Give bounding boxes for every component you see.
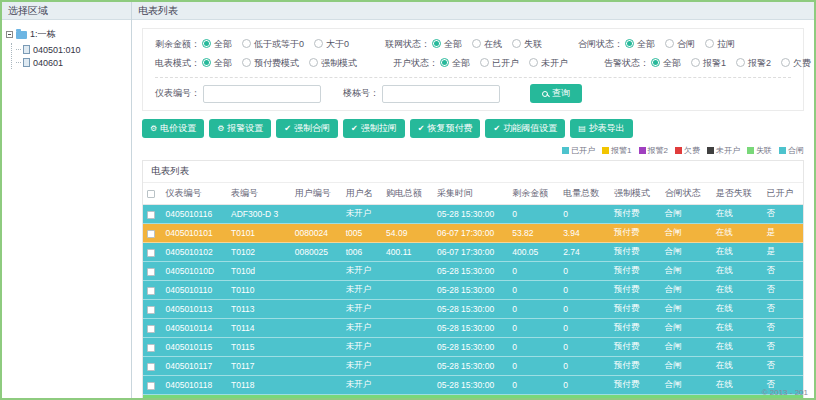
radio-label: 预付费模式 bbox=[254, 58, 299, 68]
row-checkbox[interactable] bbox=[147, 268, 155, 276]
action-button-label: 功能阈值设置 bbox=[503, 122, 557, 135]
export-readings-button[interactable]: ▤抄表导出 bbox=[570, 119, 633, 138]
radio-option-switch-status-1[interactable]: 合闸 bbox=[665, 39, 695, 49]
table-cell: 在线 bbox=[712, 300, 763, 319]
table-cell: 否 bbox=[763, 300, 803, 319]
check-icon: ✔ bbox=[418, 125, 425, 133]
table-row[interactable]: 0405010116ADF300-D 3未开户05-28 15:30:0000预… bbox=[143, 205, 803, 224]
search-button[interactable]: 查询 bbox=[530, 84, 582, 103]
radio-option-switch-status-2[interactable]: 拉闸 bbox=[705, 39, 735, 49]
check-icon: ✔ bbox=[284, 125, 291, 133]
radio-option-alarm-status-1[interactable]: 报警1 bbox=[691, 58, 726, 68]
radio-option-alarm-status-2[interactable]: 报警2 bbox=[736, 58, 771, 68]
table-row[interactable]: 0405010114T0114未开户05-28 15:30:0000预付费合闸在… bbox=[143, 319, 803, 338]
table-cell: 否 bbox=[763, 357, 803, 376]
table-row[interactable]: 0405010101T01010080024t00554.0906-07 17:… bbox=[143, 224, 803, 243]
radio-icon bbox=[472, 39, 481, 48]
radio-icon bbox=[440, 58, 449, 67]
tree-node-label: 040601 bbox=[33, 58, 63, 68]
row-checkbox[interactable] bbox=[147, 325, 155, 333]
row-checkbox[interactable] bbox=[147, 230, 155, 238]
table-row[interactable]: 0405010102T01020080025t006400.1106-07 17… bbox=[143, 243, 803, 262]
table-cell: 是 bbox=[763, 243, 803, 262]
building-number-input[interactable] bbox=[382, 85, 500, 103]
row-checkbox[interactable] bbox=[147, 344, 155, 352]
table-row[interactable]: 040601010DT6010D0080020t001456.0006-07 1… bbox=[143, 395, 803, 399]
column-header: 已开户 bbox=[763, 183, 803, 205]
tree-node[interactable]: 040501:010 bbox=[16, 43, 127, 56]
table-cell: 0080024 bbox=[291, 224, 342, 243]
radio-option-meter-mode-1[interactable]: 预付费模式 bbox=[242, 58, 299, 68]
collapse-icon[interactable] bbox=[6, 31, 13, 38]
filter-group-account-status: 开户状态：全部已开户未开户 bbox=[393, 57, 578, 70]
row-checkbox[interactable] bbox=[147, 211, 155, 219]
radio-option-meter-mode-2[interactable]: 强制模式 bbox=[309, 58, 357, 68]
restore-prepaid-button[interactable]: ✔恢复预付费 bbox=[410, 119, 481, 138]
action-button-label: 强制拉闸 bbox=[361, 122, 397, 135]
radio-icon bbox=[242, 39, 251, 48]
table-row[interactable]: 0405010118T0118未开户05-28 15:30:0000预付费合闸在… bbox=[143, 376, 803, 395]
building-number-label: 楼栋号： bbox=[343, 87, 379, 100]
folder-icon bbox=[16, 31, 27, 39]
table-cell: 0 bbox=[508, 281, 559, 300]
radio-option-account-status-0[interactable]: 全部 bbox=[440, 58, 470, 68]
row-checkbox[interactable] bbox=[147, 287, 155, 295]
radio-option-account-status-1[interactable]: 已开户 bbox=[480, 58, 519, 68]
row-checkbox-cell bbox=[143, 300, 161, 319]
filter-row-2: 电表模式：全部预付费模式强制模式开户状态：全部已开户未开户告警状态：全部报警1报… bbox=[155, 54, 791, 73]
force-close-button[interactable]: ✔强制合闸 bbox=[276, 119, 338, 138]
table-cell: 否 bbox=[763, 262, 803, 281]
table-cell: 预付费 bbox=[610, 224, 661, 243]
radio-option-network-status-0[interactable]: 全部 bbox=[432, 39, 462, 49]
row-checkbox[interactable] bbox=[147, 306, 155, 314]
radio-label: 全部 bbox=[452, 58, 470, 68]
table-cell: 0405010117 bbox=[161, 357, 227, 376]
table-row[interactable]: 040501010DT010d未开户05-28 15:30:0000预付费合闸在… bbox=[143, 262, 803, 281]
radio-option-remaining-amount-2[interactable]: 大于0 bbox=[314, 39, 349, 49]
table-cell: 未开户 bbox=[342, 376, 382, 395]
price-settings-button[interactable]: ⚙电价设置 bbox=[142, 119, 204, 138]
radio-option-meter-mode-0[interactable]: 全部 bbox=[202, 58, 232, 68]
tree-node[interactable]: 040601 bbox=[16, 56, 127, 69]
row-checkbox[interactable] bbox=[147, 249, 155, 257]
radio-option-remaining-amount-0[interactable]: 全部 bbox=[202, 39, 232, 49]
tree-root-label: 1:一栋 bbox=[30, 28, 56, 41]
table-cell: 未开户 bbox=[342, 319, 382, 338]
table-cell: 05-28 15:30:00 bbox=[433, 300, 508, 319]
select-all-checkbox[interactable] bbox=[147, 190, 155, 198]
radio-option-account-status-2[interactable]: 未开户 bbox=[529, 58, 568, 68]
radio-option-remaining-amount-1[interactable]: 低于或等于0 bbox=[242, 39, 304, 49]
radio-option-alarm-status-0[interactable]: 全部 bbox=[651, 58, 681, 68]
table-cell: 53.82 bbox=[508, 224, 559, 243]
row-checkbox[interactable] bbox=[147, 382, 155, 390]
radio-option-network-status-1[interactable]: 在线 bbox=[472, 39, 502, 49]
table-cell bbox=[291, 319, 342, 338]
table-row[interactable]: 0405010115T0115未开户05-28 15:30:0000预付费合闸在… bbox=[143, 338, 803, 357]
table-cell: 在线 bbox=[712, 205, 763, 224]
table-cell: 0 bbox=[508, 319, 559, 338]
tree-root-node[interactable]: 1:一栋 bbox=[6, 28, 127, 41]
table-cell: 未开户 bbox=[342, 338, 382, 357]
force-open-button[interactable]: ✔强制拉闸 bbox=[343, 119, 405, 138]
table-row[interactable]: 0405010117T0117未开户05-28 15:30:0000预付费合闸在… bbox=[143, 357, 803, 376]
filter-label: 联网状态： bbox=[385, 39, 430, 49]
legend-label: 未开户 bbox=[716, 145, 740, 156]
legend-item: 欠费 bbox=[675, 145, 700, 156]
radio-option-alarm-status-3[interactable]: 欠费 bbox=[781, 58, 811, 68]
alarm-settings-button[interactable]: ⚙报警设置 bbox=[209, 119, 271, 138]
legend-item: 已开户 bbox=[562, 145, 595, 156]
table-cell: 0080025 bbox=[291, 243, 342, 262]
table-row[interactable]: 0405010110T0110未开户05-28 15:30:0000预付费合闸在… bbox=[143, 281, 803, 300]
tree-children: 040501:010040601 bbox=[11, 43, 127, 69]
column-header: 购电总额 bbox=[382, 183, 433, 205]
meter-number-input[interactable] bbox=[203, 85, 321, 103]
table-cell: 未开户 bbox=[342, 300, 382, 319]
row-checkbox[interactable] bbox=[147, 363, 155, 371]
radio-option-switch-status-0[interactable]: 全部 bbox=[625, 39, 655, 49]
radio-label: 全部 bbox=[637, 39, 655, 49]
table-row[interactable]: 0405010113T0113未开户05-28 15:30:0000预付费合闸在… bbox=[143, 300, 803, 319]
action-button-label: 强制合闸 bbox=[294, 122, 330, 135]
column-header: 剩余金额 bbox=[508, 183, 559, 205]
threshold-settings-button[interactable]: ✔功能阈值设置 bbox=[485, 119, 565, 138]
radio-option-network-status-2[interactable]: 失联 bbox=[512, 39, 542, 49]
